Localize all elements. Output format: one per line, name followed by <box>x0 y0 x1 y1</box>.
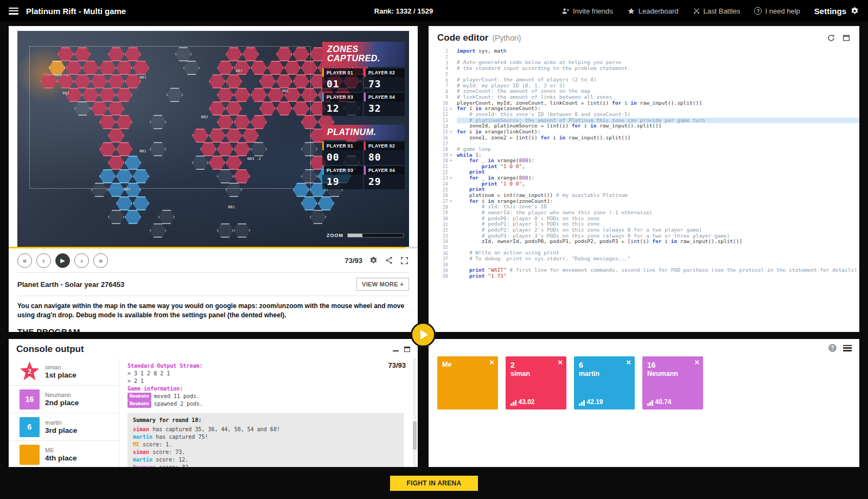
share-button[interactable] <box>385 256 393 265</box>
map-hex <box>108 183 124 197</box>
code-line[interactable]: print "WAIT" # first line for movement c… <box>457 267 859 273</box>
map-hex <box>234 169 250 183</box>
map-hex <box>301 142 317 156</box>
code-line[interactable]: zId, ownerId, podsP0, podsP1, podsP2, po… <box>457 239 859 245</box>
scrollbar-thumb[interactable] <box>413 421 417 450</box>
summary-line: Neumann score: 32. <box>133 464 398 467</box>
map-hex <box>242 47 259 61</box>
code-line[interactable]: print "1 0 0", <box>457 181 859 187</box>
code-line[interactable]: zone1, zone2 = [int(i) for i in raw_inpu… <box>457 135 859 141</box>
settings-label: Settings <box>814 7 846 16</box>
view-more-button[interactable]: VIEW MORE + <box>356 278 409 291</box>
refresh-icon <box>827 34 835 42</box>
step-forward-button[interactable]: › <box>74 253 89 268</box>
line-number: 10 <box>429 100 454 106</box>
code-line[interactable]: # To debug: print >> sys.stderr, "Debug … <box>457 256 859 262</box>
map-hex <box>234 115 250 129</box>
expand-editor-button[interactable] <box>842 34 851 42</box>
standings-row[interactable]: 6 martin 3rd place <box>9 413 119 441</box>
hex-label: 001 <box>228 205 235 209</box>
help-link[interactable]: ? I need help <box>754 7 800 15</box>
map-hex <box>116 142 132 156</box>
fullscreen-button[interactable] <box>400 256 409 265</box>
agent-name: martin <box>579 370 630 379</box>
play-triangle-icon <box>420 330 428 340</box>
code-line[interactable]: # the standard input according to the pr… <box>457 66 859 72</box>
remove-agent-button[interactable]: × <box>626 357 631 367</box>
invite-friends-link[interactable]: Invite friends <box>561 7 613 15</box>
line-number: 19▾ <box>429 152 454 158</box>
map-hex <box>150 223 166 238</box>
map-hex <box>226 156 242 170</box>
remove-agent-button[interactable]: × <box>558 357 563 367</box>
line-number: 36 <box>429 250 454 256</box>
code-line[interactable]: print "1 73" <box>457 273 859 279</box>
line-number: 33 <box>429 233 454 239</box>
standings-row[interactable]: 2 siman 1st place <box>9 358 119 386</box>
leaderboard-link[interactable]: Leaderboard <box>627 7 679 15</box>
line-number: 16 <box>429 135 454 141</box>
code-line[interactable] <box>457 140 859 146</box>
map-hex <box>99 142 116 156</box>
map-hex <box>49 61 65 75</box>
console-scrollbar[interactable] <box>413 358 417 467</box>
menu-icon[interactable] <box>9 8 18 15</box>
map-hex <box>192 156 208 170</box>
line-number: 39 <box>429 267 454 273</box>
gameinfo-header: Game information: <box>127 385 404 393</box>
standings-row[interactable]: ME 4th place <box>9 441 119 467</box>
run-replay-button[interactable] <box>411 322 436 347</box>
standings-row[interactable]: 16 Neumann 2nd place <box>9 386 119 413</box>
map-hex <box>41 74 57 88</box>
editor-title: Code editor <box>437 33 488 43</box>
line-number: 23▾ <box>429 175 454 181</box>
code-line[interactable]: import sys, math <box>457 48 859 54</box>
code-line[interactable]: # game loop <box>457 146 859 152</box>
maximize-icon[interactable] <box>404 347 410 352</box>
minimize-icon[interactable] <box>393 347 399 351</box>
platinum-title: PLATINUM. <box>322 125 405 140</box>
map-hex <box>217 169 233 183</box>
player-badge: 6 <box>20 417 40 437</box>
code-line[interactable]: for i in xrange(linkCount): <box>457 129 859 135</box>
line-number: 17 <box>429 140 454 146</box>
step-back-button[interactable]: ‹ <box>36 253 51 268</box>
remove-agent-button[interactable]: × <box>489 357 494 367</box>
rewind-button[interactable]: « <box>17 253 32 268</box>
map-hex <box>108 210 124 224</box>
agents-menu-icon[interactable] <box>843 345 852 351</box>
fast-forward-button[interactable]: » <box>93 253 108 268</box>
map-hex <box>108 74 124 88</box>
code-line[interactable]: print "1 0 0", <box>457 164 859 170</box>
play-button[interactable]: ▶ <box>55 253 70 268</box>
gear-icon <box>850 7 859 16</box>
line-number: 37 <box>429 256 454 262</box>
agent-rank: 2 <box>510 361 561 370</box>
code-editor[interactable]: 1234567891011▾12131415▾16171819▾20▾21222… <box>429 48 859 279</box>
agents-help-icon[interactable]: ? <box>828 344 837 352</box>
map-hex <box>133 196 149 210</box>
map-hex <box>125 74 141 88</box>
settings-button[interactable]: Settings <box>814 7 859 16</box>
reset-code-button[interactable] <box>827 34 835 42</box>
timeline-progress <box>9 247 405 248</box>
agent-score: 43.02 <box>510 398 535 406</box>
remove-agent-button[interactable]: × <box>694 357 699 367</box>
replay-timeline[interactable] <box>9 247 418 248</box>
player-badge: 2 <box>20 362 40 382</box>
player-place: 2nd place <box>45 399 79 407</box>
game-map[interactable]: 004 -1002001007001002001003 -2001001 ZON… <box>17 31 409 247</box>
last-battles-link[interactable]: Last Battles <box>693 7 741 15</box>
window-icon <box>842 34 851 42</box>
zoom-slider[interactable] <box>347 233 404 238</box>
hex-label: 003 -2 <box>247 157 261 161</box>
line-number: 6 <box>429 77 454 83</box>
chart-icon <box>510 400 516 406</box>
agent-card: 2 siman × 43.02 <box>506 356 566 410</box>
viewer-settings-button[interactable] <box>369 256 378 265</box>
map-hex <box>74 101 91 116</box>
map-hex <box>108 129 124 143</box>
map-hex <box>58 47 74 61</box>
map-hex <box>234 142 250 156</box>
fight-in-arena-button[interactable]: FIGHT IN ARENA <box>390 476 477 491</box>
